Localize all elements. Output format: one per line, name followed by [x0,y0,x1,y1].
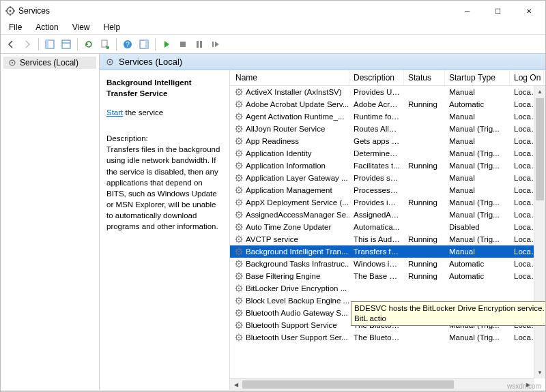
gear-icon [234,198,244,207]
svg-point-214 [238,325,240,326]
svg-point-204 [238,312,240,314]
service-row[interactable]: AllJoyn Router ServiceRoutes AllJo...Man… [230,123,545,135]
restart-service-button[interactable] [208,37,223,52]
cell-name: AppX Deployment Service (... [230,198,349,207]
cell-name: Bluetooth User Support Ser... [230,333,349,342]
gear-icon [234,235,244,244]
gear-icon [234,247,244,256]
tree-root-services-local[interactable]: Services (Local) [3,57,96,69]
cell-description: Processes in... [349,186,404,194]
scroll-thumb[interactable] [536,98,544,200]
svg-line-181 [241,273,242,274]
svg-point-84 [238,165,240,166]
service-row[interactable]: Base Filtering EngineThe Base Fil...Runn… [230,270,545,282]
cell-name: Base Filtering Engine [230,271,349,281]
svg-point-44 [238,116,240,117]
cell-description: Runtime for... [349,112,404,121]
col-status[interactable]: Status [404,70,445,85]
gear-icon [234,149,244,158]
cell-startup: Automatic [445,272,510,280]
service-row[interactable]: Background Intelligent Tran...Transfers … [230,245,545,258]
cell-startup: Manual (Trig... [445,125,510,133]
service-row[interactable]: ActiveX Installer (AxInstSV)Provides Us.… [230,86,545,98]
show-hide-tree-button[interactable] [42,37,57,52]
svg-line-50 [241,119,242,119]
svg-line-192 [236,290,237,291]
service-row[interactable]: Application ManagementProcesses in...Man… [230,184,545,196]
service-row[interactable]: Auto Time Zone UpdaterAutomatica...Disab… [230,221,545,233]
scroll-up-icon[interactable]: ▲ [534,86,545,97]
svg-rect-14 [145,40,148,48]
svg-line-40 [241,106,242,107]
col-description[interactable]: Description [349,70,404,85]
menu-view[interactable]: View [67,21,96,34]
gear-icon [234,161,244,170]
cell-startup: Manual (Trig... [445,149,510,157]
separator [116,38,117,50]
svg-line-92 [236,168,237,168]
service-row[interactable]: AppX Deployment Service (...Provides inf… [230,196,545,209]
start-service-button[interactable] [159,37,174,52]
scroll-left-icon[interactable]: ◀ [230,379,242,390]
scroll-thumb[interactable] [242,380,454,389]
cell-startup: Manual [445,174,510,182]
cell-startup: Manual [445,186,510,194]
menu-file[interactable]: File [3,21,27,34]
svg-line-70 [241,143,242,144]
service-row[interactable]: App ReadinessGets apps re...ManualLocal … [230,135,545,147]
minimize-button[interactable]: ─ [452,1,483,20]
properties-button[interactable] [59,37,74,52]
service-row[interactable]: Application InformationFacilitates t...R… [230,160,545,172]
help-button[interactable]: ? [120,37,135,52]
service-row[interactable]: Adobe Acrobat Update Serv...Adobe Acro..… [230,98,545,110]
col-name[interactable]: Name [230,70,349,85]
horizontal-scrollbar[interactable]: ◀ ▶ [230,378,534,390]
service-row[interactable]: Application Layer Gateway ...Provides su… [230,172,545,184]
svg-line-221 [241,322,242,323]
svg-point-74 [238,153,240,154]
close-button[interactable]: ✕ [513,1,544,20]
cell-name: AVCTP service [230,235,349,244]
show-hide-action-button[interactable] [136,37,152,52]
scroll-down-icon[interactable]: ▼ [534,367,545,378]
service-row[interactable]: Agent Activation Runtime_...Runtime for.… [230,110,545,123]
start-service-link[interactable]: Start [106,108,123,117]
svg-line-49 [236,114,237,115]
svg-line-42 [236,106,237,107]
gear-icon [234,333,244,342]
col-log-on[interactable]: Log On [510,70,544,85]
service-row[interactable]: AssignedAccessManager Se...AssignedAc...… [230,209,545,221]
svg-line-162 [236,254,237,254]
service-row[interactable]: Application IdentityDetermines ...Manual… [230,147,545,160]
svg-line-30 [241,94,242,95]
svg-rect-17 [200,41,202,48]
menu-action[interactable]: Action [30,21,63,34]
svg-line-41 [241,102,242,102]
cell-startup: Manual (Trig... [445,198,510,207]
refresh-button[interactable] [81,37,96,52]
cell-startup: Manual (Trig... [445,235,510,243]
svg-line-129 [236,212,237,213]
maximize-button[interactable]: ☐ [483,1,513,20]
cell-description: Determines ... [349,149,404,157]
forward-button[interactable] [20,37,35,52]
gear-icon [234,222,244,232]
vertical-scrollbar[interactable]: ▲ ▼ [534,86,545,378]
col-startup-type[interactable]: Startup Type [445,70,510,85]
service-row[interactable]: BitLocker Drive Encryption ... [230,282,545,295]
cell-name: Background Intelligent Tran... [230,247,349,256]
svg-point-54 [238,128,240,130]
svg-line-59 [236,126,237,127]
svg-line-101 [241,175,242,176]
stop-service-button[interactable] [175,37,190,52]
service-row[interactable]: AVCTP serviceThis is Audi...RunningManua… [230,233,545,245]
service-row[interactable]: Bluetooth User Support Ser...The Bluetoo… [230,331,545,344]
svg-line-120 [241,205,242,205]
service-row[interactable]: Background Tasks Infrastruc...Windows in… [230,258,545,270]
svg-rect-18 [212,42,214,47]
export-button[interactable] [98,37,113,52]
svg-line-170 [241,266,242,267]
pause-service-button[interactable] [192,37,207,52]
menu-help[interactable]: Help [98,21,126,34]
back-button[interactable] [3,37,18,52]
